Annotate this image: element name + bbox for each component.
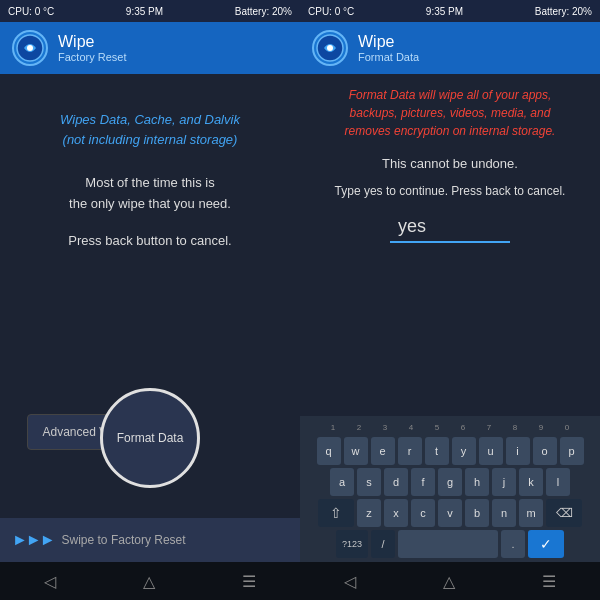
time-right: 9:35 PM [426,6,463,17]
key-a[interactable]: a [330,468,354,496]
back-button-right[interactable]: ◁ [344,572,356,591]
key-q[interactable]: q [317,437,341,465]
app-bar-text-left: Wipe Factory Reset [58,33,126,63]
app-bar-text-right: Wipe Format Data [358,33,419,63]
back-button-left[interactable]: ◁ [44,572,56,591]
home-button-left[interactable]: △ [143,572,155,591]
right-screen: CPU: 0 °C 9:35 PM Battery: 20% Wipe Form… [300,0,600,600]
status-bar-right: CPU: 0 °C 9:35 PM Battery: 20% [300,0,600,22]
key-m[interactable]: m [519,499,543,527]
info-cancel-text: Press back button to cancel. [16,231,284,252]
key-p[interactable]: p [560,437,584,465]
app-bar-left: Wipe Factory Reset [0,22,300,74]
left-screen: CPU: 0 °C 9:35 PM Battery: 20% Wipe Fact… [0,0,300,600]
type-yes-text: Type yes to continue. Press back to canc… [312,183,588,200]
yes-input-container [312,212,588,243]
battery-left: Battery: 20% [235,6,292,17]
factory-reset-info: Wipes Data, Cache, and Dalvik(not includ… [16,110,284,267]
info-main-text: Most of the time this isthe only wipe th… [16,173,284,215]
format-data-button[interactable]: Format Data [100,388,200,488]
app-logo-left [12,30,48,66]
enter-key[interactable]: ✓ [528,530,564,558]
time-left: 9:35 PM [126,6,163,17]
backspace-key[interactable]: ⌫ [546,499,582,527]
swipe-bar[interactable]: ►►► Swipe to Factory Reset [0,518,300,562]
sym-key[interactable]: ?123 [336,530,368,558]
key-y[interactable]: y [452,437,476,465]
app-subtitle-right: Format Data [358,51,419,63]
key-j[interactable]: j [492,468,516,496]
keyboard-row-2: a s d f g h j k l [302,468,598,496]
key-u[interactable]: u [479,437,503,465]
home-button-right[interactable]: △ [443,572,455,591]
key-r[interactable]: r [398,437,422,465]
format-warning-text: Format Data will wipe all of your apps,b… [312,86,588,140]
key-x[interactable]: x [384,499,408,527]
key-v[interactable]: v [438,499,462,527]
key-l[interactable]: l [546,468,570,496]
key-g[interactable]: g [438,468,462,496]
key-t[interactable]: t [425,437,449,465]
svg-point-3 [327,45,333,51]
right-content: Format Data will wipe all of your apps,b… [300,74,600,416]
key-o[interactable]: o [533,437,557,465]
key-i[interactable]: i [506,437,530,465]
space-key[interactable] [398,530,498,558]
number-hint-row: 1 2 3 4 5 6 7 8 9 0 [302,420,598,434]
swipe-text: Swipe to Factory Reset [62,533,186,547]
key-z[interactable]: z [357,499,381,527]
key-e[interactable]: e [371,437,395,465]
svg-point-1 [27,45,33,51]
menu-button-left[interactable]: ☰ [242,572,256,591]
key-k[interactable]: k [519,468,543,496]
app-subtitle-left: Factory Reset [58,51,126,63]
key-b[interactable]: b [465,499,489,527]
left-content: Wipes Data, Cache, and Dalvik(not includ… [0,74,300,398]
keyboard-row-1: q w e r t y u i o p [302,437,598,465]
keyboard-row-3: ⇧ z x c v b n m ⌫ [302,499,598,527]
cpu-left: CPU: 0 °C [8,6,54,17]
slash-key[interactable]: / [371,530,395,558]
cannot-undo-text: This cannot be undone. [312,156,588,171]
app-logo-right [312,30,348,66]
swipe-arrows-icon: ►►► [12,531,54,549]
status-bar-left: CPU: 0 °C 9:35 PM Battery: 20% [0,0,300,22]
key-h[interactable]: h [465,468,489,496]
dot-key[interactable]: . [501,530,525,558]
key-f[interactable]: f [411,468,435,496]
app-title-left: Wipe [58,33,126,51]
bottom-area-left: Advanced Wipe Format Data [0,398,300,518]
keyboard: 1 2 3 4 5 6 7 8 9 0 q w e r t y u i [300,416,600,562]
key-c[interactable]: c [411,499,435,527]
shift-key[interactable]: ⇧ [318,499,354,527]
yes-input[interactable] [390,212,510,243]
battery-right: Battery: 20% [535,6,592,17]
nav-bar-left: ◁ △ ☰ [0,562,300,600]
cpu-right: CPU: 0 °C [308,6,354,17]
key-n[interactable]: n [492,499,516,527]
info-blue-text: Wipes Data, Cache, and Dalvik(not includ… [16,110,284,149]
key-d[interactable]: d [384,468,408,496]
key-w[interactable]: w [344,437,368,465]
keyboard-bottom-row: ?123 / . ✓ [302,530,598,558]
app-bar-right: Wipe Format Data [300,22,600,74]
nav-bar-right: ◁ △ ☰ [300,562,600,600]
app-title-right: Wipe [358,33,419,51]
key-s[interactable]: s [357,468,381,496]
menu-button-right[interactable]: ☰ [542,572,556,591]
